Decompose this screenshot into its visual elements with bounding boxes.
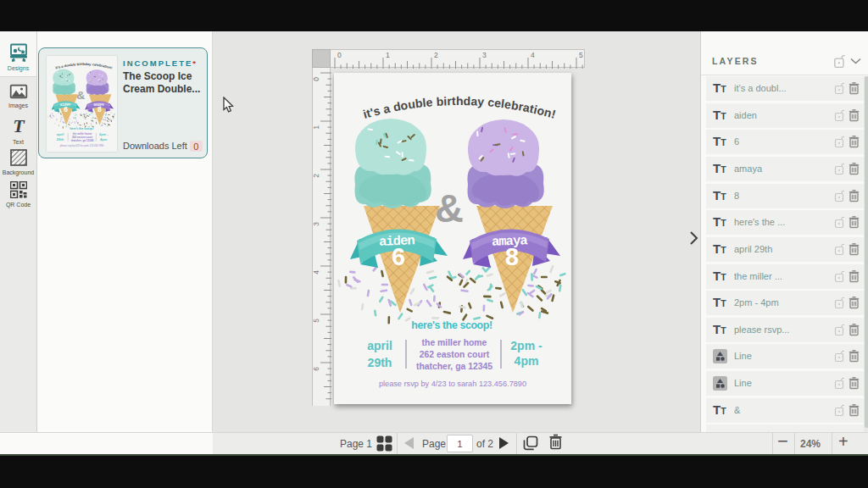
- svg-text:4: 4: [531, 51, 535, 59]
- svg-text:5: 5: [579, 51, 583, 59]
- svg-text:T: T: [13, 117, 25, 136]
- svg-text:0: 0: [337, 51, 342, 59]
- svg-text:4: 4: [313, 270, 320, 274]
- svg-text:1: 1: [386, 51, 390, 59]
- svg-text:6: 6: [313, 367, 320, 371]
- svg-text:5: 5: [313, 319, 320, 323]
- svg-text:2: 2: [434, 51, 438, 59]
- svg-text:3: 3: [313, 222, 320, 226]
- svg-text:2: 2: [313, 174, 320, 178]
- svg-text:0: 0: [313, 77, 320, 81]
- svg-text:1: 1: [313, 125, 320, 130]
- svg-text:3: 3: [482, 51, 487, 59]
